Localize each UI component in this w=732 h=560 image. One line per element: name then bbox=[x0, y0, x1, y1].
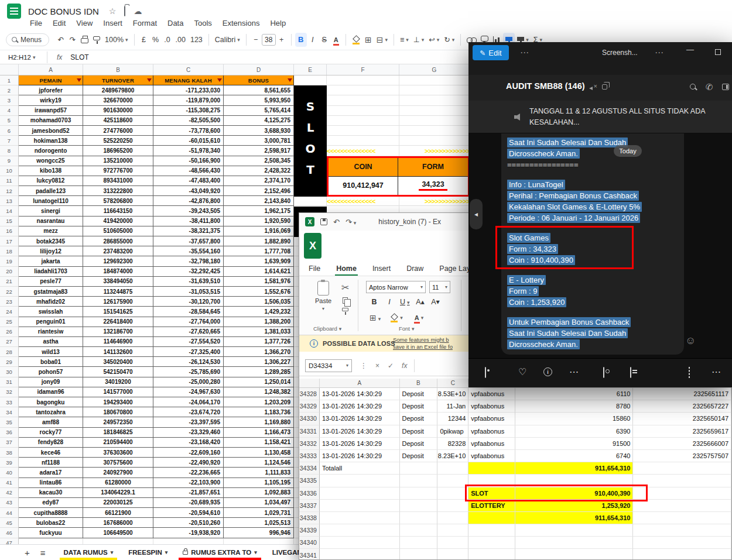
cell[interactable]: -24,967,630 bbox=[153, 387, 224, 397]
excel-cell[interactable]: vpfaabonus bbox=[468, 425, 515, 438]
column-header-D[interactable]: D bbox=[224, 64, 294, 75]
row-header-39[interactable]: 39 bbox=[0, 458, 19, 468]
excel-cell[interactable] bbox=[400, 524, 438, 537]
number-format-123[interactable]: 123 bbox=[188, 33, 205, 47]
cell[interactable] bbox=[224, 538, 294, 544]
cell[interactable]: jony09 bbox=[19, 377, 83, 387]
cell[interactable]: liadahli1703 bbox=[19, 267, 83, 277]
excel-cell[interactable]: 1,253,920 bbox=[515, 500, 633, 512]
cell[interactable]: 1,158,421 bbox=[224, 438, 294, 448]
cell[interactable]: -21,857,651 bbox=[153, 488, 224, 498]
excel-cell[interactable]: Deposit bbox=[400, 450, 438, 462]
excel-cell[interactable] bbox=[515, 524, 633, 537]
excel-column-header-C[interactable]: C bbox=[437, 379, 468, 387]
cell[interactable]: lintau86 bbox=[19, 478, 83, 488]
formula-value[interactable]: SLOT bbox=[70, 53, 88, 61]
cell[interactable]: -82,505,500 bbox=[153, 116, 224, 126]
cell[interactable]: -50,166,900 bbox=[153, 156, 224, 166]
cell[interactable]: -23,674,720 bbox=[153, 407, 224, 417]
excel-cell[interactable]: 91500 bbox=[515, 438, 633, 450]
merge-cells-button[interactable]: ⊟ bbox=[374, 33, 390, 47]
excel-cell[interactable]: 6740 bbox=[515, 450, 633, 462]
cell[interactable]: -31,639,510 bbox=[153, 277, 224, 287]
collapse-sidebar-chevron[interactable]: ◂ bbox=[470, 199, 483, 229]
row-header-40[interactable]: 40 bbox=[0, 468, 19, 477]
cell[interactable]: -47,483,400 bbox=[153, 176, 224, 186]
row-header-18[interactable]: 18 bbox=[0, 246, 19, 256]
excel-cell[interactable] bbox=[320, 475, 400, 487]
cell[interactable]: 419420000 bbox=[83, 217, 153, 226]
info-icon[interactable] bbox=[543, 367, 552, 376]
excel-cell[interactable]: 911,654,310 bbox=[515, 462, 633, 475]
undo-icon[interactable]: ↶ bbox=[333, 218, 340, 226]
excel-cell[interactable]: 910,400,390 bbox=[515, 487, 633, 500]
italic-button[interactable]: I bbox=[385, 298, 394, 306]
excel-tab-draw[interactable]: Draw bbox=[406, 261, 423, 276]
cell[interactable]: 184874000 bbox=[83, 267, 153, 277]
excel-tab-home[interactable]: Home bbox=[336, 261, 357, 276]
sheets-logo-icon[interactable] bbox=[7, 4, 21, 19]
cell[interactable]: 126175900 bbox=[83, 297, 153, 307]
cell[interactable]: kece46 bbox=[19, 448, 83, 458]
cell[interactable]: rocky77 bbox=[19, 428, 83, 438]
row-header-23[interactable]: 23 bbox=[0, 297, 19, 307]
excel-cell[interactable]: Totalall bbox=[320, 462, 400, 475]
cell[interactable]: mohamad0703 bbox=[19, 116, 83, 126]
filter-icon[interactable] bbox=[147, 78, 152, 84]
cell[interactable]: -23,168,420 bbox=[153, 438, 224, 448]
excel-cell[interactable]: 2325757507 bbox=[633, 450, 731, 462]
cell[interactable]: 901630000 bbox=[83, 106, 153, 116]
cell[interactable]: botak2345 bbox=[19, 236, 83, 246]
excel-cell[interactable] bbox=[320, 500, 400, 512]
menu-tools[interactable]: Tools bbox=[190, 18, 216, 28]
cell[interactable]: 1,920,590 bbox=[224, 217, 294, 226]
name-box[interactable]: H2:H12 bbox=[0, 54, 43, 61]
cell[interactable]: tantozahra bbox=[19, 407, 83, 417]
excel-cell[interactable] bbox=[437, 475, 468, 487]
cell[interactable] bbox=[399, 106, 470, 116]
cell[interactable]: 1,250,014 bbox=[224, 377, 294, 387]
excel-cell[interactable] bbox=[468, 524, 515, 537]
cell[interactable]: -31,053,515 bbox=[153, 287, 224, 297]
number-format-£[interactable]: £ bbox=[138, 33, 150, 47]
star-icon[interactable]: ☆ bbox=[109, 6, 117, 16]
row-header-3[interactable]: 3 bbox=[0, 95, 19, 105]
header-pemain[interactable]: PEMAIN bbox=[19, 75, 83, 85]
cell[interactable]: wild13 bbox=[19, 347, 83, 357]
borders-button[interactable]: ⊞ bbox=[370, 313, 381, 322]
cell[interactable]: ndorogento bbox=[19, 146, 83, 156]
row-header-20[interactable]: 20 bbox=[0, 267, 19, 277]
name-box[interactable]: D34334▾ bbox=[305, 359, 352, 372]
cell[interactable]: -38,411,800 bbox=[153, 217, 224, 226]
cell[interactable]: 1,614,621 bbox=[224, 267, 294, 277]
cell[interactable]: -35,554,160 bbox=[153, 246, 224, 256]
cell[interactable] bbox=[327, 85, 399, 95]
menu-format[interactable]: Format bbox=[129, 18, 161, 28]
row-header-27[interactable]: 27 bbox=[0, 337, 19, 347]
cell[interactable]: 181846825 bbox=[83, 428, 153, 438]
cell[interactable] bbox=[294, 75, 327, 85]
excel-cell[interactable]: 13-01-2026 14:30:29 bbox=[320, 413, 400, 425]
decrease-font-button[interactable]: − bbox=[250, 33, 262, 47]
excel-row-header[interactable]: 34330 bbox=[299, 413, 320, 425]
cell[interactable]: cupitha8888 bbox=[19, 508, 83, 518]
row-header-14[interactable]: 14 bbox=[0, 206, 19, 216]
excel-cell[interactable] bbox=[633, 475, 731, 487]
excel-cell[interactable]: 8.23E+10 bbox=[437, 450, 468, 462]
cell[interactable]: 61280000 bbox=[83, 478, 153, 488]
cell[interactable]: wongcc25 bbox=[19, 156, 83, 166]
cell[interactable]: 1,381,033 bbox=[224, 327, 294, 337]
excel-tab-insert[interactable]: Insert bbox=[372, 261, 391, 276]
cell[interactable] bbox=[327, 75, 399, 85]
cell[interactable] bbox=[399, 136, 470, 146]
number-format-.0[interactable]: .0 bbox=[162, 33, 173, 47]
cell[interactable]: 1,034,497 bbox=[224, 498, 294, 508]
cell[interactable]: 132186700 bbox=[83, 327, 153, 337]
cell[interactable]: 5,765,414 bbox=[224, 106, 294, 116]
format-painter-button[interactable] bbox=[342, 308, 348, 311]
excel-cell[interactable] bbox=[437, 512, 468, 524]
excel-cell[interactable]: Deposit bbox=[400, 400, 438, 413]
excel-cell[interactable] bbox=[437, 524, 468, 537]
row-header-37[interactable]: 37 bbox=[0, 438, 19, 448]
row-header-28[interactable]: 28 bbox=[0, 347, 19, 357]
